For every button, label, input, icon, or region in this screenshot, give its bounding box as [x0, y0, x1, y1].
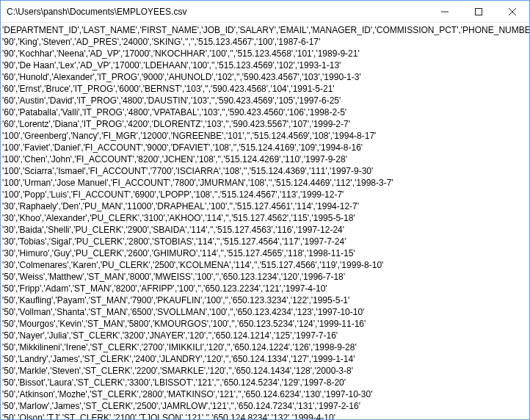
csv-row: '60','Austin','David','IT_PROG','4800','…	[2, 95, 528, 106]
csv-row: '50','Bissot','Laura','ST_CLERK','3300',…	[2, 377, 528, 388]
csv-row: '90','De Haan','Lex','AD_VP','17000','LD…	[2, 59, 528, 71]
csv-row: '50','Kaufling','Payam','ST_MAN','7900',…	[2, 294, 528, 306]
csv-row: '30','Himuro','Guy','PU_CLERK','2600','G…	[2, 247, 528, 259]
csv-row: '50','Vollman','Shanta','ST_MAN','6500',…	[2, 306, 528, 318]
window-controls	[428, 1, 529, 23]
csv-row: '60','Ernst','Bruce','IT_PROG','6000','B…	[2, 83, 528, 95]
csv-row: '30','Khoo','Alexander','PU_CLERK','3100…	[2, 212, 528, 224]
maximize-icon	[475, 8, 482, 15]
csv-row: '100','Chen','John','FI_ACCOUNT','8200',…	[2, 153, 528, 165]
csv-row: '60','Hunold','Alexander','IT_PROG','900…	[2, 71, 528, 83]
window-title: C:\Users\pansh\Documents\EMPLOYEES.csv	[1, 7, 428, 17]
content-wrapper: 'DEPARTMENT_ID','LAST_NAME','FIRST_NAME'…	[1, 23, 529, 419]
window-frame: C:\Users\pansh\Documents\EMPLOYEES.csv	[0, 0, 530, 420]
svg-rect-1	[476, 8, 482, 15]
titlebar[interactable]: C:\Users\pansh\Documents\EMPLOYEES.csv	[1, 1, 529, 23]
minimize-button[interactable]	[428, 1, 462, 23]
csv-header-line: 'DEPARTMENT_ID','LAST_NAME','FIRST_NAME'…	[2, 24, 528, 36]
csv-row: '50','Mourgos','Kevin','ST_MAN','5800','…	[2, 318, 528, 330]
csv-row: '90','King','Steven','AD_PRES','24000','…	[2, 36, 528, 48]
csv-row: '60','Pataballa','Valli','IT_PROG','4800…	[2, 106, 528, 118]
csv-row: '100','Popp','Luis','FI_ACCOUNT','6900',…	[2, 189, 528, 200]
csv-row: '50','Markle','Steven','ST_CLERK','2200'…	[2, 365, 528, 377]
close-icon	[509, 8, 516, 15]
csv-row: '50','Marlow','James','ST_CLERK','2500',…	[2, 400, 528, 412]
csv-row: '60','Lorentz','Diana','IT_PROG','4200',…	[2, 118, 528, 130]
csv-row: '100','Faviet','Daniel','FI_ACCOUNT','90…	[2, 142, 528, 153]
csv-row: '50','Landry','James','ST_CLERK','2400',…	[2, 353, 528, 365]
csv-row: '50','Atkinson','Mozhe','ST_CLERK','2800…	[2, 388, 528, 400]
csv-row: '50','Fripp','Adam','ST_MAN','8200','AFR…	[2, 283, 528, 294]
minimize-icon	[441, 8, 449, 15]
text-area[interactable]: 'DEPARTMENT_ID','LAST_NAME','FIRST_NAME'…	[1, 23, 529, 419]
csv-row: '30','Baida','Shelli','PU_CLERK','2900',…	[2, 224, 528, 236]
csv-row: '50','Mikkilineni','Irene','ST_CLERK','2…	[2, 341, 528, 353]
csv-row: '90','Kochhar','Neena','AD_VP','17000','…	[2, 48, 528, 59]
csv-row: '50','Nayer','Julia','ST_CLERK','3200','…	[2, 330, 528, 341]
csv-row: '50','Weiss','Matthew','ST_MAN','8000','…	[2, 271, 528, 283]
csv-row: '30','Tobias','Sigal','PU_CLERK','2800',…	[2, 236, 528, 247]
csv-row: '100','Urman','Jose Manuel','FI_ACCOUNT'…	[2, 177, 528, 189]
close-button[interactable]	[495, 1, 529, 23]
csv-row: '50','Olson','TJ','ST_CLERK','2100','TJO…	[2, 412, 528, 419]
csv-row: '100','Sciarra','Ismael','FI_ACCOUNT','7…	[2, 165, 528, 177]
csv-row: '100','Greenberg','Nancy','FI_MGR','1200…	[2, 130, 528, 142]
csv-row: '30','Colmenares','Karen','PU_CLERK','25…	[2, 259, 528, 271]
maximize-button[interactable]	[462, 1, 495, 23]
csv-row: '30','Raphaely','Den','PU_MAN','11000','…	[2, 200, 528, 212]
